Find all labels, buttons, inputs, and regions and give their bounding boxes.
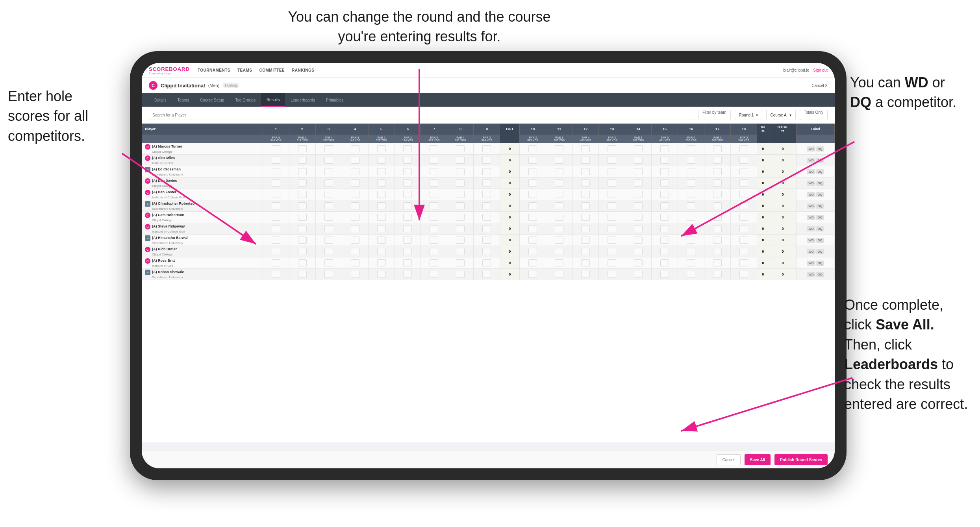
score-input-1[interactable] (272, 145, 280, 152)
score-input-7[interactable] (430, 259, 438, 266)
score-input-8[interactable] (456, 168, 465, 175)
hole-5-input-row0[interactable] (368, 143, 395, 155)
score-input-3[interactable] (324, 145, 333, 152)
score-input-8[interactable] (456, 145, 465, 152)
hole-16-input-row6[interactable] (678, 212, 704, 223)
score-input-7[interactable] (430, 179, 438, 187)
hole-13-input-row4[interactable] (599, 189, 625, 200)
score-input-1[interactable] (272, 237, 280, 244)
score-input-3[interactable] (324, 248, 333, 255)
wd-button[interactable]: WD (807, 158, 815, 163)
score-input-3[interactable] (324, 214, 333, 221)
hole-15-input-row5[interactable] (652, 200, 678, 212)
hole-15-input-row7[interactable] (652, 223, 678, 235)
score-input-9[interactable] (482, 202, 491, 209)
hole-10-input-row1[interactable] (520, 155, 546, 166)
hole-13-input-row7[interactable] (599, 223, 625, 235)
score-input-1[interactable] (272, 259, 280, 266)
hole-11-input-row11[interactable] (546, 269, 572, 280)
tab-leaderboards[interactable]: Leaderboards (285, 93, 320, 107)
hole-7-input-row11[interactable] (421, 269, 447, 280)
score-input-8[interactable] (456, 237, 465, 244)
hole-14-input-row4[interactable] (625, 189, 652, 200)
score-input-8[interactable] (456, 214, 465, 221)
score-input-5[interactable] (377, 237, 386, 244)
hole-18-input-row6[interactable] (731, 212, 757, 223)
hole-9-input-row7[interactable] (474, 223, 500, 235)
score-input-15[interactable] (660, 145, 669, 152)
filter-team-button[interactable]: Filter by team (698, 110, 731, 120)
score-input-16[interactable] (687, 157, 695, 164)
hole-11-input-row7[interactable] (546, 223, 572, 235)
hole-2-input-row2[interactable] (289, 166, 315, 178)
hole-8-input-row7[interactable] (447, 223, 474, 235)
score-input-8[interactable] (456, 202, 465, 209)
score-input-7[interactable] (430, 168, 438, 175)
hole-11-input-row10[interactable] (546, 257, 572, 269)
score-input-3[interactable] (324, 179, 333, 187)
hole-18-input-row7[interactable] (731, 223, 757, 235)
score-input-15[interactable] (660, 191, 669, 198)
score-input-6[interactable] (403, 248, 412, 255)
score-input-7[interactable] (430, 214, 438, 221)
hole-6-input-row11[interactable] (395, 269, 421, 280)
wd-button[interactable]: WD (807, 181, 815, 186)
hole-1-input-row0[interactable] (263, 143, 289, 155)
score-input-13[interactable] (608, 225, 616, 232)
score-input-2[interactable] (298, 248, 307, 255)
score-input-16[interactable] (687, 248, 695, 255)
score-input-12[interactable] (581, 145, 590, 152)
score-input-9[interactable] (482, 248, 491, 255)
score-input-13[interactable] (608, 168, 616, 175)
score-input-6[interactable] (403, 237, 412, 244)
hole-12-input-row6[interactable] (572, 212, 599, 223)
hole-7-input-row8[interactable] (421, 235, 447, 246)
score-input-17[interactable] (713, 248, 722, 255)
dq-button[interactable]: DQ (816, 249, 824, 254)
hole-4-input-row6[interactable] (342, 212, 368, 223)
hole-10-input-row2[interactable] (520, 166, 546, 178)
hole-9-input-row10[interactable] (474, 257, 500, 269)
hole-4-input-row8[interactable] (342, 235, 368, 246)
wd-button[interactable]: WD (807, 238, 815, 243)
hole-13-input-row11[interactable] (599, 269, 625, 280)
hole-8-input-row10[interactable] (447, 257, 474, 269)
score-input-5[interactable] (377, 179, 386, 187)
publish-button[interactable]: Publish Round Scores (774, 454, 828, 465)
hole-13-input-row1[interactable] (599, 155, 625, 166)
score-input-8[interactable] (456, 225, 465, 232)
hole-8-input-row1[interactable] (447, 155, 474, 166)
hole-7-input-row1[interactable] (421, 155, 447, 166)
score-input-13[interactable] (608, 179, 616, 187)
hole-3-input-row11[interactable] (315, 269, 342, 280)
score-input-8[interactable] (456, 191, 465, 198)
score-input-2[interactable] (298, 145, 307, 152)
wd-button[interactable]: WD (807, 169, 815, 174)
score-input-1[interactable] (272, 191, 280, 198)
score-input-5[interactable] (377, 214, 386, 221)
score-input-17[interactable] (713, 237, 722, 244)
score-input-10[interactable] (528, 145, 537, 152)
hole-11-input-row8[interactable] (546, 235, 572, 246)
hole-6-input-row5[interactable] (395, 200, 421, 212)
score-input-7[interactable] (430, 202, 438, 209)
score-input-2[interactable] (298, 202, 307, 209)
tab-tee-groups[interactable]: Tee Groups (230, 93, 261, 107)
score-input-11[interactable] (555, 214, 563, 221)
score-input-13[interactable] (608, 191, 616, 198)
hole-6-input-row2[interactable] (395, 166, 421, 178)
hole-11-input-row9[interactable] (546, 246, 572, 257)
hole-7-input-row5[interactable] (421, 200, 447, 212)
score-input-1[interactable] (272, 225, 280, 232)
score-input-14[interactable] (634, 248, 643, 255)
hole-6-input-row9[interactable] (395, 246, 421, 257)
hole-7-input-row3[interactable] (421, 178, 447, 189)
hole-6-input-row0[interactable] (395, 143, 421, 155)
score-input-6[interactable] (403, 157, 412, 164)
hole-6-input-row1[interactable] (395, 155, 421, 166)
score-input-18[interactable] (739, 248, 748, 255)
nav-rankings[interactable]: RANKINGS (292, 68, 314, 72)
score-input-10[interactable] (528, 191, 537, 198)
score-input-11[interactable] (555, 225, 563, 232)
hole-12-input-row5[interactable] (572, 200, 599, 212)
